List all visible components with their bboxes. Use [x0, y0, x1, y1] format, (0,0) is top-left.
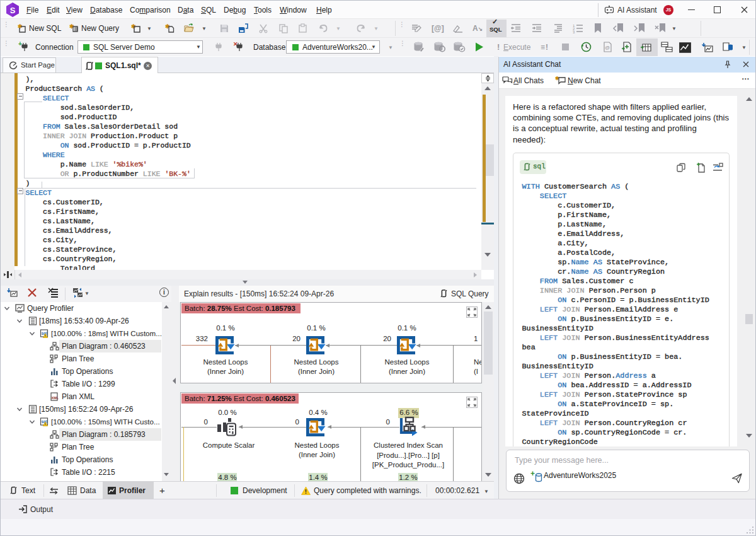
svg-text:3: 3 [573, 30, 575, 34]
svg-text:+: + [18, 40, 22, 47]
svg-text:S: S [10, 6, 16, 15]
svg-text:XML: XML [52, 396, 59, 400]
svg-text:@: @ [605, 45, 610, 50]
